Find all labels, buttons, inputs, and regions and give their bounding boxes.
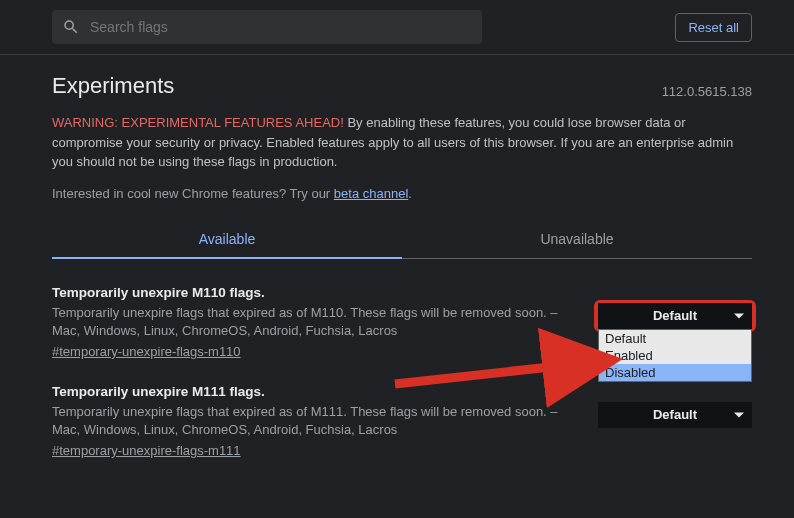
flag-title: Temporarily unexpire M111 flags. [52,384,580,399]
flag-row: Temporarily unexpire M110 flags. Tempora… [52,285,752,360]
dropdown-option-disabled[interactable]: Disabled [599,364,751,381]
flag-description: Temporarily unexpire flags that expired … [52,304,580,340]
interest-text: Interested in cool new Chrome features? … [52,186,334,201]
dropdown-value: Default [653,308,697,323]
flag-row: Temporarily unexpire M111 flags. Tempora… [52,384,752,459]
tab-bar: Available Unavailable [52,221,752,259]
chevron-down-icon [734,313,744,318]
beta-channel-link[interactable]: beta channel [334,186,408,201]
flag-anchor-link[interactable]: #temporary-unexpire-flags-m110 [52,344,241,359]
search-box[interactable] [52,10,482,44]
warning-prefix: WARNING: EXPERIMENTAL FEATURES AHEAD! [52,115,344,130]
beta-prompt: Interested in cool new Chrome features? … [52,186,752,201]
dropdown-option-enabled[interactable]: Enabled [599,347,751,364]
tab-unavailable[interactable]: Unavailable [402,221,752,258]
flag-dropdown[interactable]: Default [598,402,752,428]
top-bar: Reset all [0,0,794,55]
content-area: Experiments 112.0.5615.138 WARNING: EXPE… [0,55,794,459]
flag-title: Temporarily unexpire M110 flags. [52,285,580,300]
reset-all-button[interactable]: Reset all [675,13,752,42]
dropdown-value: Default [653,407,697,422]
search-icon [62,18,80,36]
search-input[interactable] [90,19,472,35]
dropdown-option-default[interactable]: Default [599,330,751,347]
tab-available[interactable]: Available [52,221,402,259]
chevron-down-icon [734,412,744,417]
flag-dropdown[interactable]: Default [598,303,752,329]
version-label: 112.0.5615.138 [662,84,752,99]
warning-text: WARNING: EXPERIMENTAL FEATURES AHEAD! By… [52,113,752,172]
dropdown-list: Default Enabled Disabled [598,329,752,382]
flag-anchor-link[interactable]: #temporary-unexpire-flags-m111 [52,443,241,458]
flag-description: Temporarily unexpire flags that expired … [52,403,580,439]
page-title: Experiments [52,73,174,99]
